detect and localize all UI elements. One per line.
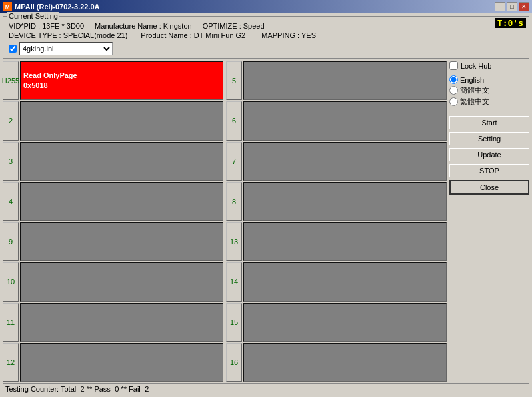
slot-number: 9 bbox=[3, 222, 19, 261]
lock-hub-label: Lock Hub bbox=[461, 62, 491, 70]
table-row: 13 bbox=[226, 222, 447, 261]
slot-number: 10 bbox=[3, 262, 19, 301]
ini-row: 4gking.ini bbox=[9, 42, 523, 55]
lock-hub-row: Lock Hub bbox=[449, 61, 529, 70]
radio-traditional: 繁體中文 bbox=[449, 97, 529, 107]
slot-number: 2 bbox=[3, 101, 19, 140]
slot-box bbox=[243, 303, 447, 342]
update-button[interactable]: Update bbox=[449, 148, 529, 161]
slot-number: H255 bbox=[3, 61, 19, 100]
vid-pid-value: 13FE * 3D00 bbox=[42, 22, 84, 30]
ini-dropdown[interactable]: 4gking.ini bbox=[19, 42, 113, 55]
radio-traditional-input[interactable] bbox=[449, 97, 458, 106]
slot-number: 3 bbox=[3, 142, 19, 181]
table-row: 15 bbox=[226, 303, 447, 342]
slot-box bbox=[243, 61, 447, 100]
table-row: 6 bbox=[226, 101, 447, 140]
ini-checkbox[interactable] bbox=[9, 45, 17, 53]
table-row: 7 bbox=[226, 142, 447, 181]
grid-area: H255 Read OnlyPage 0x5018 2 3 bbox=[3, 61, 447, 382]
status-bar: Testing Counter: Total=2 ** Pass=0 ** Fa… bbox=[3, 383, 529, 394]
optimize-label: OPTIMIZE : Speed bbox=[203, 22, 265, 30]
status-text: Testing Counter: Total=2 ** Pass=0 ** Fa… bbox=[5, 385, 149, 393]
slot-box bbox=[243, 343, 447, 382]
maximize-button[interactable]: □ bbox=[507, 2, 517, 11]
slot-number: 7 bbox=[226, 142, 242, 181]
error-line1: Read OnlyPage bbox=[23, 71, 220, 81]
slot-box bbox=[20, 222, 223, 261]
manufacture-label: Manufacture Name : Kingston bbox=[95, 22, 192, 30]
mapping-label: MAPPING : YES bbox=[261, 31, 316, 39]
mapping-value: YES bbox=[301, 31, 316, 39]
table-row: 5 bbox=[226, 61, 447, 100]
slot-box bbox=[20, 303, 223, 342]
title-buttons: ─ □ ✕ bbox=[495, 2, 529, 11]
slot-box bbox=[20, 182, 223, 221]
right-panel: Lock Hub English 簡體中文 繁體中文 Start Settin bbox=[449, 61, 529, 382]
table-row: 9 bbox=[3, 222, 223, 261]
setting-button[interactable]: Setting bbox=[449, 132, 529, 145]
content-area: H255 Read OnlyPage 0x5018 2 3 bbox=[3, 61, 529, 382]
window-close-button[interactable]: ✕ bbox=[519, 2, 529, 11]
slot-number: 11 bbox=[3, 303, 19, 342]
slot-number: 5 bbox=[226, 61, 242, 100]
table-row: 12 bbox=[3, 343, 223, 382]
radio-english: English bbox=[449, 75, 529, 84]
slot-box bbox=[243, 182, 447, 221]
start-button[interactable]: Start bbox=[449, 116, 529, 129]
window-title: MPAll (Rel)-0702-3.22.0A bbox=[15, 3, 100, 11]
radio-simplified-label: 簡體中文 bbox=[460, 85, 489, 95]
slot-box: Read OnlyPage 0x5018 bbox=[20, 61, 223, 100]
lock-hub-checkbox[interactable] bbox=[449, 61, 458, 70]
vid-pid-label: VID*PID : 13FE * 3D00 bbox=[9, 22, 84, 30]
slot-box bbox=[20, 262, 223, 301]
slot-number: 12 bbox=[3, 343, 19, 382]
radio-english-label: English bbox=[460, 76, 484, 84]
slot-column-right: 5 6 7 8 bbox=[226, 61, 447, 382]
table-row: 2 bbox=[3, 101, 223, 140]
slot-number: 8 bbox=[226, 182, 242, 221]
slot-number: 15 bbox=[226, 303, 242, 342]
table-row: 8 bbox=[226, 182, 447, 221]
language-radio-group: English 簡體中文 繁體中文 bbox=[449, 75, 529, 107]
slot-number: 13 bbox=[226, 222, 242, 261]
slot-box bbox=[20, 343, 223, 382]
radio-traditional-label: 繁體中文 bbox=[460, 97, 489, 107]
table-row: H255 Read OnlyPage 0x5018 bbox=[3, 61, 223, 100]
table-row: 14 bbox=[226, 262, 447, 301]
table-row: 16 bbox=[226, 343, 447, 382]
slot-box bbox=[20, 142, 223, 181]
error-line2: 0x5018 bbox=[23, 81, 220, 91]
table-row: 4 bbox=[3, 182, 223, 221]
stop-button[interactable]: STOP bbox=[449, 164, 529, 177]
radio-english-input[interactable] bbox=[449, 75, 458, 84]
slot-box bbox=[20, 101, 223, 140]
table-row: 11 bbox=[3, 303, 223, 342]
table-row: 3 bbox=[3, 142, 223, 181]
table-row: 10 bbox=[3, 262, 223, 301]
right-buttons: Start Setting Update STOP Close bbox=[449, 116, 529, 195]
product-name-label: Product Name : DT Mini Fun G2 bbox=[141, 31, 245, 39]
slot-column-left: H255 Read OnlyPage 0x5018 2 3 bbox=[3, 61, 223, 382]
app-icon: M bbox=[3, 2, 12, 11]
product-name-value: DT Mini Fun G2 bbox=[194, 31, 245, 39]
radio-simplified: 簡體中文 bbox=[449, 85, 529, 95]
slot-box bbox=[243, 142, 447, 181]
main-window: Current Setting T:0's VID*PID : 13FE * 3… bbox=[0, 13, 532, 397]
slot-box bbox=[243, 262, 447, 301]
current-setting-box: Current Setting T:0's VID*PID : 13FE * 3… bbox=[3, 16, 529, 59]
slot-number: 14 bbox=[226, 262, 242, 301]
device-type-value: SPECIAL(mode 21) bbox=[63, 31, 128, 39]
current-setting-label: Current Setting bbox=[7, 12, 59, 20]
device-type-label: DEVICE TYPE : SPECIAL(mode 21) bbox=[9, 31, 127, 39]
ts-badge: T:0's bbox=[495, 18, 526, 28]
manufacture-value: Kingston bbox=[163, 22, 192, 30]
radio-simplified-input[interactable] bbox=[449, 86, 458, 95]
optimize-value: Speed bbox=[243, 22, 265, 30]
close-button[interactable]: Close bbox=[449, 180, 529, 195]
minimize-button[interactable]: ─ bbox=[495, 2, 505, 11]
slot-number: 6 bbox=[226, 101, 242, 140]
slot-number: 16 bbox=[226, 343, 242, 382]
title-bar: M MPAll (Rel)-0702-3.22.0A ─ □ ✕ bbox=[0, 0, 532, 13]
slot-box bbox=[243, 222, 447, 261]
